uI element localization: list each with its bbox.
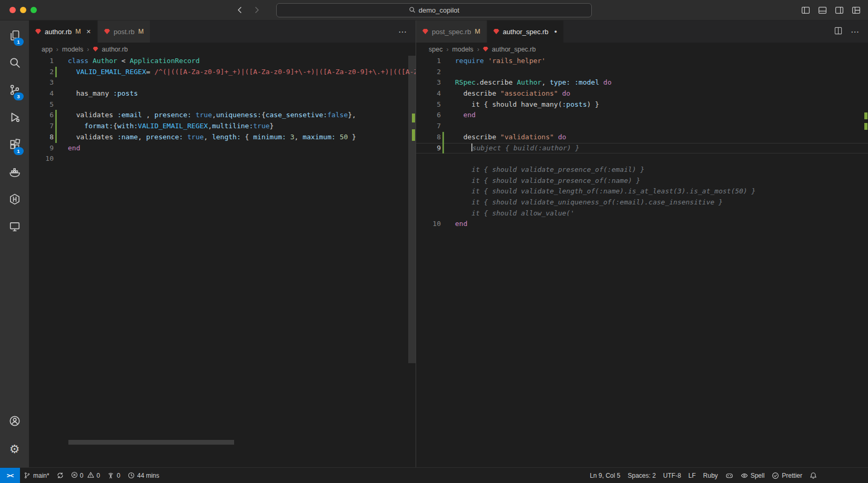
code-editor[interactable]: 1class Author < ApplicationRecord2 VALID… bbox=[29, 56, 416, 467]
sidebar-item-source-control[interactable]: 3 bbox=[2, 77, 27, 105]
code-text[interactable]: it { should allow_value(' bbox=[446, 208, 574, 219]
code-line: it { should validate_presence_of(:name) … bbox=[416, 176, 868, 187]
line-number bbox=[416, 165, 441, 176]
code-line: 9 subject { build(:author) } bbox=[416, 143, 868, 154]
code-line: 7 bbox=[416, 121, 868, 132]
error-count: 0 bbox=[80, 472, 84, 479]
notifications-button[interactable] bbox=[806, 468, 821, 483]
code-text[interactable]: describe "validations" do bbox=[446, 132, 566, 143]
code-text[interactable]: end bbox=[446, 110, 476, 121]
sidebar-item-remote-explorer[interactable] bbox=[2, 214, 27, 241]
more-actions-icon[interactable]: ⋯ bbox=[398, 27, 407, 37]
indentation-status[interactable]: Spaces: 2 bbox=[624, 468, 659, 483]
code-text[interactable] bbox=[59, 99, 68, 110]
code-text[interactable]: validates :email , presence: true,unique… bbox=[59, 110, 356, 121]
go-forward-icon[interactable] bbox=[253, 6, 261, 14]
code-line: 8 describe "validations" do bbox=[416, 132, 868, 143]
code-editor[interactable]: 1require 'rails_helper'23RSpec.describe … bbox=[416, 56, 868, 467]
git-branch-status[interactable]: main* bbox=[20, 468, 53, 483]
vertical-scrollbar[interactable] bbox=[408, 56, 416, 363]
settings-button[interactable]: ⚙ bbox=[2, 436, 27, 463]
sidebar-item-run-and-debug[interactable] bbox=[2, 105, 27, 132]
prettier-status[interactable]: Prettier bbox=[768, 468, 806, 483]
line-number: 3 bbox=[416, 77, 441, 88]
code-text[interactable]: require 'rails_helper' bbox=[446, 56, 546, 67]
tab-post.rb[interactable]: post.rbM bbox=[98, 20, 150, 43]
account-icon bbox=[9, 415, 21, 429]
gutter bbox=[441, 121, 446, 132]
toggle-secondary-sidebar-icon[interactable] bbox=[835, 6, 844, 15]
command-center-search[interactable]: demo_copilot bbox=[276, 3, 592, 17]
encoding-status[interactable]: UTF-8 bbox=[660, 468, 685, 483]
activity-bar: 1 3 1 bbox=[0, 20, 29, 467]
minimize-window-button[interactable] bbox=[20, 7, 26, 13]
timer-status[interactable]: 44 mins bbox=[124, 468, 163, 483]
sync-changes-button[interactable] bbox=[53, 468, 67, 483]
remote-indicator[interactable]: >< bbox=[0, 468, 20, 483]
sidebar-item-hashicorp[interactable] bbox=[2, 187, 27, 214]
code-text[interactable]: end bbox=[446, 219, 467, 230]
breadcrumb-item[interactable]: spec bbox=[429, 46, 442, 53]
code-text[interactable]: has_many :posts bbox=[59, 88, 138, 99]
line-number: 6 bbox=[416, 110, 441, 121]
sidebar-item-docker[interactable] bbox=[2, 159, 27, 187]
sidebar-item-extensions[interactable]: 1 bbox=[2, 132, 27, 159]
breadcrumb-item[interactable]: models bbox=[452, 46, 473, 53]
code-text[interactable]: RSpec.describe Author, type: :model do bbox=[446, 77, 611, 88]
code-text[interactable] bbox=[59, 77, 68, 88]
copilot-status[interactable] bbox=[722, 468, 737, 483]
overview-ruler-mark bbox=[864, 112, 867, 119]
code-text[interactable]: it { should validate_uniqueness_of(:emai… bbox=[446, 197, 723, 208]
breadcrumb-item[interactable]: models bbox=[62, 46, 83, 53]
toggle-primary-sidebar-icon[interactable] bbox=[801, 6, 810, 15]
code-text[interactable]: validates :name, presence: true, length:… bbox=[59, 132, 356, 143]
gutter bbox=[441, 88, 446, 99]
tab-author_spec.rb[interactable]: author_spec.rb● bbox=[487, 20, 564, 43]
tab-post_spec.rb[interactable]: post_spec.rbM bbox=[416, 20, 487, 43]
gutter-modified-indicator bbox=[54, 132, 59, 143]
customize-layout-icon[interactable] bbox=[852, 6, 861, 15]
code-text[interactable]: it { should validate_length_of(:name).is… bbox=[446, 186, 755, 197]
maximize-window-button[interactable] bbox=[31, 7, 37, 13]
code-text[interactable]: class Author < ApplicationRecord bbox=[59, 56, 199, 67]
breadcrumb-item[interactable]: author.rb bbox=[102, 46, 128, 53]
accounts-button[interactable] bbox=[2, 408, 27, 436]
language-mode-status[interactable]: Ruby bbox=[700, 468, 722, 483]
code-lines: 1require 'rails_helper'23RSpec.describe … bbox=[416, 56, 868, 230]
spell-checker-status[interactable]: Spell bbox=[737, 468, 769, 483]
horizontal-scrollbar[interactable] bbox=[68, 440, 234, 445]
ruby-file-icon bbox=[493, 29, 499, 34]
code-text[interactable]: it { should validate_presence_of(:email)… bbox=[446, 165, 644, 176]
close-icon[interactable]: ✕ bbox=[86, 28, 91, 35]
code-text[interactable]: format:{with:VALID_EMAIL_REGEX,multiline… bbox=[59, 121, 274, 132]
split-editor-icon[interactable] bbox=[834, 27, 842, 37]
close-window-button[interactable] bbox=[9, 7, 16, 13]
breadcrumb-item[interactable]: app bbox=[42, 46, 53, 53]
tab-label: author.rb bbox=[45, 28, 72, 36]
line-number bbox=[416, 197, 441, 208]
code-text[interactable] bbox=[446, 121, 455, 132]
sidebar-item-explorer[interactable]: 1 bbox=[2, 23, 27, 50]
ports-status[interactable]: 0 bbox=[104, 468, 124, 483]
title-bar: demo_copilot bbox=[0, 0, 868, 20]
toggle-panel-icon[interactable] bbox=[818, 6, 827, 15]
code-text[interactable]: describe "associations" do bbox=[446, 88, 570, 99]
code-text[interactable]: subject { build(:author) } bbox=[446, 143, 579, 154]
code-text[interactable]: it { should have_many(:posts) } bbox=[446, 99, 599, 110]
eol-status[interactable]: LF bbox=[685, 468, 700, 483]
cursor-position-status[interactable]: Ln 9, Col 5 bbox=[586, 468, 624, 483]
breadcrumb-item[interactable]: author_spec.rb bbox=[492, 46, 536, 53]
tab-author.rb[interactable]: author.rbM✕ bbox=[29, 20, 98, 43]
code-text[interactable]: VALID_EMAIL_REGEX= /^(|(([A-Za-z0-9]+_+)… bbox=[59, 67, 416, 78]
code-text[interactable] bbox=[59, 153, 68, 165]
code-text[interactable] bbox=[446, 153, 455, 165]
code-text[interactable]: end bbox=[59, 143, 80, 154]
sidebar-item-search[interactable] bbox=[2, 50, 27, 77]
vscode-window: demo_copilot 1 bbox=[0, 0, 868, 483]
spell-label: Spell bbox=[751, 472, 765, 479]
problems-status[interactable]: 0 0 bbox=[67, 468, 104, 483]
more-actions-icon[interactable]: ⋯ bbox=[851, 27, 860, 37]
go-back-icon[interactable] bbox=[236, 6, 244, 14]
code-text[interactable]: it { should validate_presence_of(:name) … bbox=[446, 176, 640, 187]
code-text[interactable] bbox=[446, 67, 455, 78]
